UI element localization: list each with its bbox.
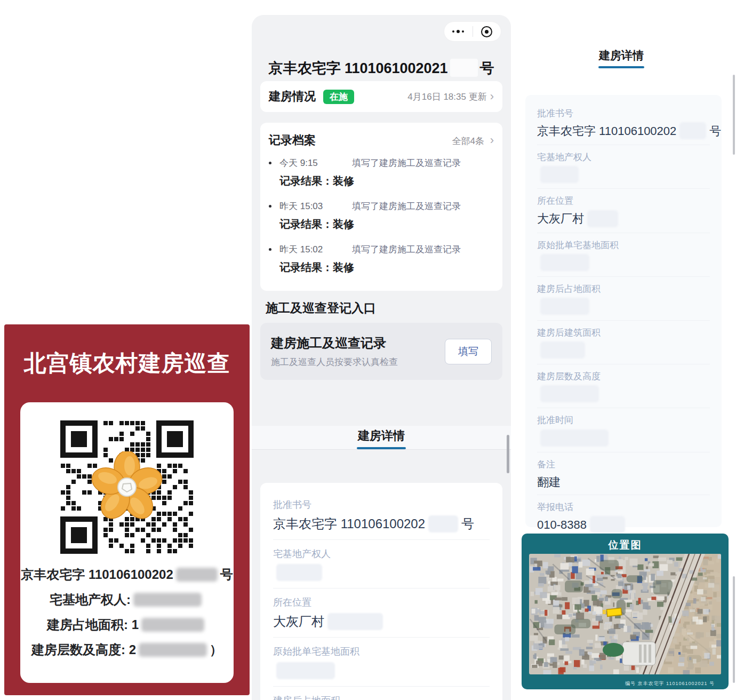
detail-field: 所在位置 大灰厂村 [537, 195, 710, 233]
detail-field: 宅基地产权人 [273, 548, 490, 589]
redacted-text [276, 662, 335, 679]
detail-fields: 批准书号 京丰农宅字 110106100202号 宅基地产权人 所在位置 大灰厂… [537, 108, 710, 538]
details-tabbar: 建房详情 [252, 426, 511, 450]
field-label: 备注 [537, 459, 710, 470]
page: 北宫镇农村建房巡查 京丰农宅字 110106100202号 宅基地产权人: [0, 0, 736, 700]
detail-panel-title: 建房详情 [599, 48, 644, 63]
redacted-text [139, 643, 207, 657]
scrollbar[interactable] [733, 576, 735, 683]
close-icon[interactable] [473, 26, 501, 37]
detail-field: 批准书号 京丰农宅字 110106100202号 [537, 108, 710, 145]
record-result: 记录结果：装修 [279, 174, 494, 188]
redacted-text [540, 254, 589, 271]
details-card: 批准书号 京丰农宅字 110106100202号 宅基地产权人 所在位置 大灰厂… [260, 483, 502, 700]
detail-field: 宅基地产权人 [537, 152, 710, 189]
detail-field: 批准时间 [537, 415, 710, 452]
field-value [537, 255, 710, 272]
bullet-icon [269, 248, 271, 251]
redacted-text [590, 516, 625, 533]
field-value: 大灰厂村 [273, 612, 490, 631]
detail-field: 批准书号 京丰农宅字 110106100202号 [273, 499, 490, 540]
flower-icon [91, 451, 163, 523]
record-result: 记录结果：装修 [279, 217, 494, 232]
field-label: 原始批单宅基地面积 [537, 240, 710, 251]
redacted-text [428, 515, 458, 532]
record-time: 昨天 15:03 [279, 200, 333, 212]
redacted-text [176, 568, 218, 582]
detail-field: 所在位置 大灰厂村 [273, 596, 490, 638]
field-label: 所在位置 [537, 195, 710, 206]
details-fields: 批准书号 京丰农宅字 110106100202号 宅基地产权人 所在位置 大灰厂… [273, 499, 490, 687]
record-item: 昨天 15:03 填写了建房施工及巡查记录 记录结果：装修 [269, 200, 494, 232]
poster-info: 京丰农宅字 110106100202号 宅基地产权人: 建房占地面积: 1 建房… [20, 566, 234, 666]
entry-card: 建房施工及巡查记录 施工及巡查人员按要求认真检查 填写 [260, 323, 502, 380]
miniapp-capsule [444, 21, 501, 42]
scrollbar[interactable] [733, 75, 735, 155]
field-value [537, 430, 710, 447]
record-result: 记录结果：装修 [279, 260, 494, 275]
detail-field: 建房后占地面积 [537, 283, 710, 321]
field-label: 原始批单宅基地面积 [273, 646, 490, 657]
field-value: 大灰厂村 [537, 211, 710, 228]
detail-field: 备注 翻建 [537, 459, 710, 495]
field-value: 京丰农宅字 110106100202号 [273, 515, 490, 534]
field-label: 建房后建筑面积 [537, 327, 710, 338]
status-label: 建房情况 [269, 89, 316, 105]
records-list: 今天 9:15 填写了建房施工及巡查记录 记录结果：装修 昨天 15:03 填写… [269, 157, 494, 275]
field-label: 举报电话 [537, 502, 710, 513]
record-item: 昨天 15:02 填写了建房施工及巡查记录 记录结果：装修 [269, 243, 494, 275]
redacted-text [327, 613, 383, 630]
detail-card: 批准书号 京丰农宅字 110106100202号 宅基地产权人 所在位置 大灰厂… [525, 95, 722, 527]
record-time: 今天 9:15 [279, 157, 333, 169]
detail-field: 原始批单宅基地面积 [273, 646, 490, 687]
redacted-text [540, 429, 609, 447]
field-value: 010-8388 [537, 517, 710, 534]
field-value [537, 386, 710, 403]
scrollbar[interactable] [507, 435, 509, 473]
redacted-text [141, 618, 204, 632]
field-label: 建房后占地面积 [273, 695, 490, 700]
poster-info-line: 宅基地产权人: [20, 591, 234, 609]
field-label: 宅基地产权人 [273, 548, 490, 560]
records-more-link[interactable]: 全部4条 › [452, 133, 494, 147]
record-action: 填写了建房施工及巡查记录 [352, 243, 461, 256]
bullet-icon [269, 205, 271, 208]
record-time: 昨天 15:02 [279, 243, 333, 256]
redacted-text [276, 564, 322, 581]
field-value [273, 564, 490, 583]
status-badge: 在施 [323, 90, 354, 104]
details-panel: 建房详情 批准书号 京丰农宅字 110106100202号 宅基地产权人 [513, 0, 736, 700]
field-label: 宅基地产权人 [537, 152, 710, 163]
record-item: 今天 9:15 填写了建房施工及巡查记录 记录结果：装修 [269, 157, 494, 188]
poster-info-line: 建房占地面积: 1 [20, 616, 234, 634]
inspection-poster: 北宫镇农村建房巡查 京丰农宅字 110106100202号 宅基地产权人: [4, 324, 250, 695]
detail-field: 建房层数及高度 [537, 371, 710, 408]
poster-title: 北宫镇农村建房巡查 [4, 351, 250, 376]
status-card[interactable]: 建房情况 在施 4月16日 18:35 更新 › [260, 81, 502, 112]
field-label: 所在位置 [273, 596, 490, 608]
redacted-text [450, 59, 478, 77]
redacted-text [540, 385, 599, 402]
detail-field: 举报电话 010-8388 [537, 502, 710, 538]
tab-details[interactable]: 建房详情 [358, 428, 405, 444]
qr-code [60, 420, 194, 554]
entry-card-desc: 施工及巡查人员按要求认真检查 [271, 356, 398, 368]
record-action: 填写了建房施工及巡查记录 [352, 157, 461, 169]
fill-button[interactable]: 填写 [445, 339, 492, 364]
field-label: 建房后占地面积 [537, 283, 710, 295]
field-value [537, 343, 710, 360]
field-label: 批准时间 [537, 415, 710, 426]
field-label: 批准书号 [273, 499, 490, 511]
field-value [537, 299, 710, 316]
redacted-text [133, 593, 202, 607]
redacted-text [540, 166, 579, 183]
map-caption: 编号 京丰农宅字 1101061002021 号 [625, 680, 715, 687]
tab-underline [357, 447, 406, 449]
status-updated: 4月16日 18:35 更新 [407, 91, 486, 103]
redacted-text [587, 210, 618, 227]
redacted-text [540, 341, 585, 359]
poster-info-line: 建房层数及高度: 2） [20, 641, 234, 659]
more-icon[interactable] [444, 30, 473, 33]
chevron-right-icon: › [490, 90, 494, 104]
detail-field: 建房后建筑面积 [537, 327, 710, 364]
